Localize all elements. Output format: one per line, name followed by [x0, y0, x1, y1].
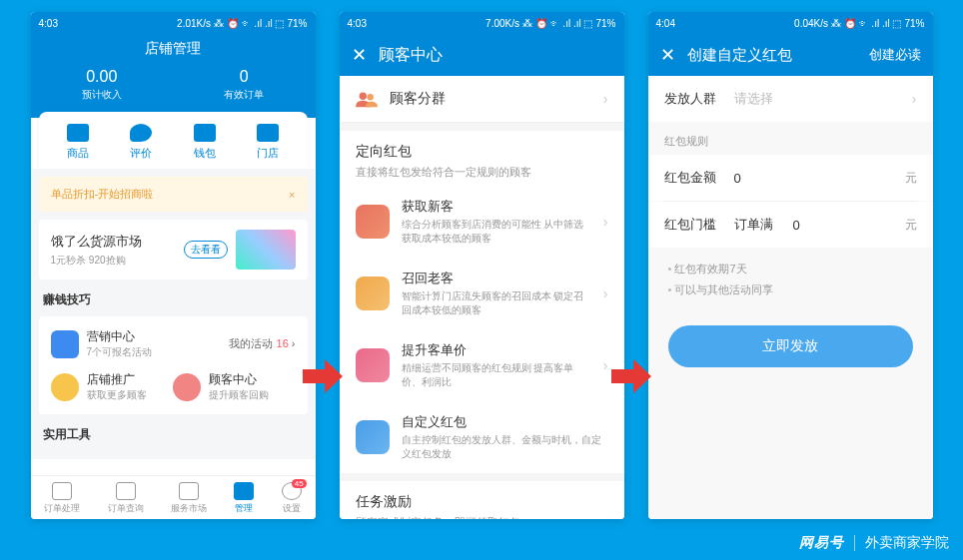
audience-row[interactable]: 发放人群 请选择 › — [648, 76, 933, 122]
notes: 红包有效期7天 可以与其他活动同享 — [648, 248, 933, 317]
phone-customer-center: 4:03 7.00K/s⁂ ⏰ ᯤ .ıl .ıl ⬚ 71% ✕ 顾客中心 顾… — [340, 12, 624, 519]
recall-icon — [356, 277, 390, 310]
chevron-right-icon: › — [603, 357, 608, 373]
item-recall-customer[interactable]: 召回老客智能计算门店流失顾客的召回成本 锁定召回成本较低的顾客 › — [340, 258, 624, 329]
tab-wallet[interactable]: 钱包 — [194, 124, 216, 161]
chevron-right-icon: › — [292, 337, 296, 349]
people-icon — [356, 90, 378, 108]
arrow-icon — [303, 359, 343, 393]
page-title: 顾客中心 — [379, 45, 443, 66]
amount-row[interactable]: 红包金额 0 元 — [648, 155, 933, 201]
bottom-nav: 订单处理 订单查询 服务市场 管理 45设置 — [31, 475, 316, 519]
shop-icon — [234, 482, 254, 500]
shop-promotion[interactable]: 店铺推广 获取更多顾客 — [51, 371, 174, 402]
my-activities-link[interactable]: 我的活动 16 › — [229, 336, 295, 351]
submit-button[interactable]: 立即发放 — [668, 325, 913, 367]
item-custom-redpacket[interactable]: 自定义红包自主控制红包的发放人群、金额与时机，自定义红包发放 — [340, 401, 624, 473]
item-new-customer[interactable]: 获取新客综合分析顾客到店消费的可能性 从中筛选获取成本较低的顾客 › — [340, 186, 624, 258]
rules-label: 红包规则 — [648, 122, 933, 155]
marketing-center[interactable]: 营销中心 7个可报名活动 — [51, 328, 230, 359]
threshold-row[interactable]: 红包门槛 订单满 0 元 — [648, 202, 933, 248]
heart-icon — [173, 373, 201, 401]
status-bar: 4:04 0.04K/s⁂ ⏰ ᯤ .ıl .ıl ⬚ 71% — [648, 12, 933, 34]
chevron-right-icon: › — [603, 285, 608, 301]
nav-service-market[interactable]: 服务市场 — [171, 482, 207, 515]
bag-icon — [179, 482, 199, 500]
tab-products[interactable]: 商品 — [67, 124, 89, 161]
page-title: 创建自定义红包 — [687, 46, 857, 65]
svg-point-0 — [359, 93, 366, 100]
main-tabs: 商品 评价 钱包 门店 — [39, 112, 308, 169]
price-up-icon — [356, 348, 390, 382]
discount-banner[interactable]: 单品折扣-开始招商啦 × — [39, 177, 308, 212]
chevron-right-icon: › — [912, 91, 917, 107]
header: ✕ 创建自定义红包 创建必读 — [648, 34, 933, 76]
close-icon[interactable]: ✕ — [660, 44, 675, 66]
gear-icon: 45 — [282, 482, 302, 500]
chevron-right-icon: › — [603, 214, 608, 230]
stat-income[interactable]: 0.00 预计收入 — [82, 68, 122, 102]
stat-orders[interactable]: 0 有效订单 — [224, 68, 264, 102]
tab-reviews[interactable]: 评价 — [130, 124, 152, 161]
section-tasks: 任务激励 顾客完成制定任务，即可领取红包 — [340, 481, 624, 519]
header: ✕ 顾客中心 — [340, 34, 624, 76]
market-banner[interactable]: 饿了么货源市场 1元秒杀 920抢购 去看看 — [39, 220, 308, 280]
section-money-title: 赚钱技巧 — [43, 291, 304, 308]
list-icon — [52, 482, 72, 500]
item-increase-price[interactable]: 提升客单价精细运营不同顾客的红包规则 提高客单价、利润比 › — [340, 329, 624, 401]
bowl-icon — [67, 124, 89, 142]
status-bar: 4:03 7.00K/s⁂ ⏰ ᯤ .ıl .ıl ⬚ 71% — [340, 12, 624, 34]
section-targeted: 定向红包 直接将红包发给符合一定规则的顾客 — [340, 131, 624, 186]
market-image — [236, 230, 296, 270]
create-readme-link[interactable]: 创建必读 — [869, 46, 921, 64]
badge: 45 — [292, 479, 307, 488]
tab-store[interactable]: 门店 — [257, 124, 279, 161]
close-icon[interactable]: ✕ — [352, 44, 367, 66]
page-title: 店铺管理 — [31, 40, 316, 68]
phone-create-redpacket: 4:04 0.04K/s⁂ ⏰ ᯤ .ıl .ıl ⬚ 71% ✕ 创建自定义红… — [648, 12, 933, 519]
search-list-icon — [116, 482, 136, 500]
phone-shop-management: 4:03 2.01K/s⁂ ⏰ ᯤ .ıl .ıl ⬚ 71% 店铺管理 0.0… — [31, 12, 316, 519]
arrow-icon — [611, 359, 651, 393]
watermark: 网易号 外卖商家学院 — [799, 534, 949, 552]
megaphone-icon — [51, 373, 79, 401]
chevron-right-icon: › — [603, 91, 608, 107]
go-see-button[interactable]: 去看看 — [184, 241, 228, 259]
nav-order-query[interactable]: 订单查询 — [108, 482, 144, 515]
customer-center[interactable]: 顾客中心 提升顾客回购 — [173, 371, 296, 402]
new-customer-icon — [356, 205, 390, 239]
header: 店铺管理 0.00 预计收入 0 有效订单 — [31, 34, 316, 118]
status-bar: 4:03 2.01K/s⁂ ⏰ ᯤ .ıl .ıl ⬚ 71% — [31, 12, 316, 34]
customer-group-row[interactable]: 顾客分群 › — [340, 76, 624, 123]
chat-icon — [130, 124, 152, 142]
nav-order-process[interactable]: 订单处理 — [44, 482, 80, 515]
store-icon — [257, 124, 279, 142]
svg-point-1 — [367, 94, 373, 100]
amount-input[interactable]: 0 — [734, 171, 893, 186]
wallet-icon — [194, 124, 216, 142]
close-icon[interactable]: × — [289, 189, 295, 201]
cube-icon — [51, 330, 79, 358]
threshold-input[interactable]: 0 — [793, 218, 893, 233]
nav-settings[interactable]: 45设置 — [282, 482, 302, 515]
section-tools-title: 实用工具 — [43, 426, 304, 443]
nav-manage[interactable]: 管理 — [234, 482, 254, 515]
custom-redpacket-icon — [356, 420, 390, 454]
